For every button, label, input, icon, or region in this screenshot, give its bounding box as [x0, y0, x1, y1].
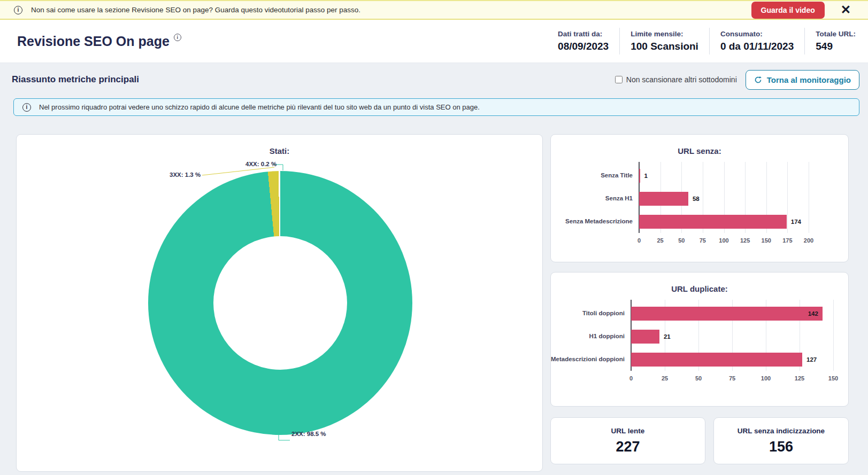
- axis-tick-label: 175: [782, 237, 792, 244]
- bar-track: 127: [631, 353, 833, 367]
- x-axis-ticks: 0255075100125150175200: [639, 233, 809, 246]
- bar-track: 21: [631, 330, 833, 344]
- donut-label-3xx: 3XX: 1.3 %: [170, 172, 201, 178]
- bar-row: H1 doppioni21: [551, 325, 848, 348]
- donut-chart-title: Stati:: [17, 135, 542, 155]
- bar-category-label: Senza Metadescrizione: [551, 218, 639, 225]
- subdomain-checkbox-label[interactable]: Non scansionare altri sottodomini: [615, 75, 737, 84]
- url-lente-label: URL lente: [611, 427, 645, 435]
- donut-label-4xx: 4XX: 0.2 %: [245, 161, 276, 167]
- axis-tick-label: 200: [804, 237, 813, 244]
- axis-tick-label: 75: [729, 375, 735, 381]
- info-alert: i Nel prossimo riquadro potrai vedere un…: [13, 98, 859, 116]
- page-header: Revisione SEO On page i Dati tratti da: …: [0, 20, 868, 63]
- info-icon: i: [14, 6, 22, 14]
- url-duplicate-card: URL duplicate: Titoli doppioni142H1 dopp…: [550, 272, 849, 407]
- bar-track: 142: [631, 307, 833, 321]
- url-senza-card: URL senza: Senza Title1Senza H158Senza M…: [550, 134, 849, 262]
- bar: [639, 215, 787, 229]
- bar-row: Titoli doppioni142: [551, 302, 848, 325]
- bar: [639, 192, 688, 206]
- url-senza-indicizzazione-value: 156: [769, 439, 793, 455]
- bar-value-label: 174: [791, 219, 801, 225]
- stat-consumato: Consumato: 0 da 01/11/2023: [709, 28, 804, 54]
- watch-video-button[interactable]: Guarda il video: [751, 2, 825, 19]
- url-senza-bar-chart: Senza Title1Senza H158Senza Metadescrizi…: [551, 164, 848, 246]
- refresh-icon: [754, 76, 762, 84]
- url-senza-title: URL senza:: [551, 135, 848, 155]
- axis-tick-label: 125: [795, 375, 804, 381]
- donut-chart: [148, 171, 412, 435]
- axis-tick-label: 100: [761, 375, 771, 381]
- bar-value-label: 142: [808, 310, 818, 317]
- title-info-icon[interactable]: i: [174, 32, 181, 41]
- bar-category-label: Titoli doppioni: [551, 310, 631, 317]
- axis-tick-label: 100: [719, 237, 728, 244]
- url-lente-card: URL lente 227: [550, 417, 705, 464]
- axis-tick-label: 25: [662, 375, 668, 381]
- bar-category-label: Senza Title: [551, 172, 639, 180]
- bar-row: Metadescrizioni doppioni127: [551, 348, 848, 371]
- page-title: Revisione SEO On page: [17, 34, 170, 49]
- main-content: Riassunto metriche principali Non scansi…: [0, 63, 868, 475]
- stat-dati-tratti-da: Dati tratti da: 08/09/2023: [547, 28, 619, 54]
- bar-value-label: 58: [693, 196, 700, 202]
- bar-row: Senza Metadescrizione174: [551, 210, 848, 233]
- bar: [639, 169, 640, 183]
- donut-hole: [213, 236, 347, 370]
- bar-row: Senza Title1: [551, 164, 848, 187]
- bar-track: 58: [639, 192, 809, 206]
- bar-category-label: H1 doppioni: [551, 333, 631, 340]
- bar-track: 1: [639, 169, 809, 183]
- header-stats: Dati tratti da: 08/09/2023 Limite mensil…: [547, 28, 856, 54]
- banner-text: Non sai come usare la sezione Revisione …: [31, 6, 360, 14]
- stati-donut-card: Stati: 4XX: 0.2 % 3XX: 1.3 % 2XX: 98.5 %: [16, 134, 543, 472]
- bar-value-label: 21: [664, 333, 671, 340]
- axis-tick-label: 50: [678, 237, 685, 244]
- axis-tick-label: 0: [637, 237, 641, 244]
- info-alert-text: Nel prossimo riquadro potrai vedere uno …: [39, 103, 480, 111]
- bar: [631, 330, 659, 344]
- bar-category-label: Senza H1: [551, 195, 639, 203]
- url-duplicate-bar-chart: Titoli doppioni142H1 doppioni21Metadescr…: [551, 302, 848, 384]
- bar-category-label: Metadescrizioni doppioni: [551, 356, 631, 363]
- donut-label-2xx: 2XX: 98.5 %: [291, 431, 326, 437]
- url-senza-indicizzazione-card: URL senza indicizzazione 156: [713, 417, 849, 464]
- axis-tick-label: 150: [762, 237, 771, 244]
- axis-tick-label: 50: [695, 375, 702, 381]
- x-axis-ticks: 0255075100125150: [631, 371, 833, 384]
- stat-totale-url: Totale URL: 549: [804, 28, 856, 54]
- axis-tick-label: 0: [629, 375, 633, 381]
- axis-tick-label: 125: [740, 237, 750, 244]
- info-icon: i: [22, 103, 31, 112]
- bar-value-label: 1: [644, 173, 648, 179]
- url-duplicate-title: URL duplicate:: [551, 272, 848, 293]
- subdomain-checkbox[interactable]: [615, 76, 623, 83]
- axis-tick-label: 75: [700, 237, 706, 244]
- stat-limite-mensile: Limite mensile: 100 Scansioni: [619, 28, 709, 54]
- bar-track: 174: [639, 215, 809, 229]
- bar: [631, 307, 823, 321]
- url-senza-indicizzazione-label: URL senza indicizzazione: [738, 427, 825, 435]
- section-heading: Riassunto metriche principali: [12, 74, 139, 85]
- url-lente-value: 227: [616, 439, 640, 455]
- bar-row: Senza H158: [551, 187, 848, 210]
- close-icon[interactable]: ✕: [838, 3, 854, 17]
- video-tutorial-banner: i Non sai come usare la sezione Revision…: [0, 0, 868, 20]
- back-to-monitoring-button[interactable]: Torna al monitoraggio: [746, 70, 859, 90]
- axis-tick-label: 150: [828, 375, 838, 381]
- bar: [631, 353, 802, 367]
- axis-tick-label: 25: [657, 237, 664, 244]
- bar-value-label: 127: [806, 356, 817, 363]
